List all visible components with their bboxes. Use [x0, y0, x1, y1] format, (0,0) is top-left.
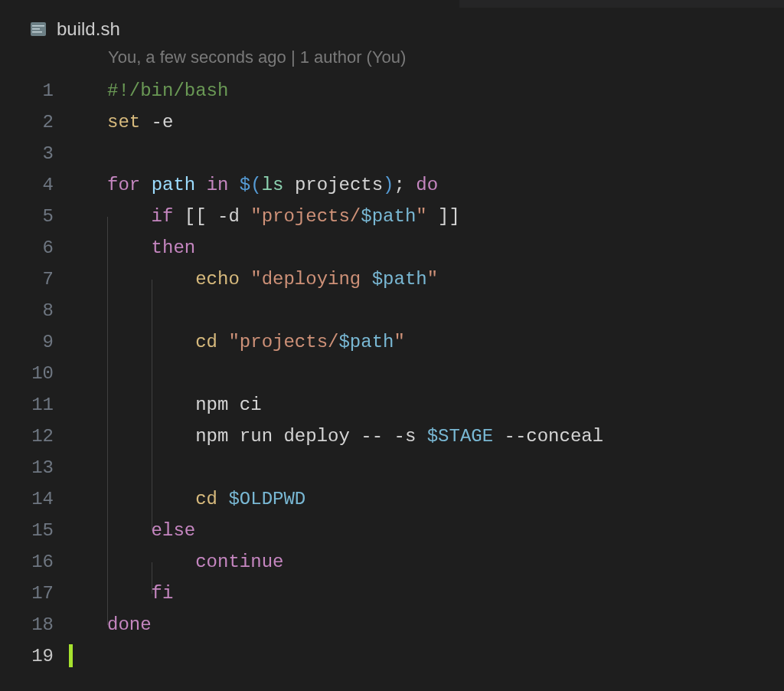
indent-guide: [152, 342, 152, 374]
indent-guide: [107, 468, 108, 499]
active-tab-region[interactable]: [0, 0, 459, 8]
line-number[interactable]: 11: [0, 389, 67, 421]
svg-rect-2: [32, 28, 40, 30]
code-content[interactable]: else: [67, 515, 195, 546]
indent-guide: [107, 280, 108, 311]
code-line[interactable]: 14 cd $OLDPWD: [0, 483, 784, 515]
line-number[interactable]: 17: [0, 578, 67, 609]
code-content[interactable]: continue: [67, 546, 283, 578]
token-plain: run deploy -- -s: [228, 426, 426, 447]
line-number[interactable]: 3: [0, 138, 67, 169]
code-content[interactable]: if [[ -d "projects/$path" ]]: [67, 201, 460, 232]
token-fn: ls: [262, 175, 284, 195]
code-line[interactable]: 3: [0, 138, 784, 169]
indent-guide: [152, 280, 152, 311]
token-plain: npm: [195, 426, 228, 447]
token-op: ;: [394, 175, 416, 195]
indent-guide: [107, 531, 108, 562]
indent-guide: [152, 499, 152, 531]
indent-guide: [152, 405, 152, 437]
indent-guide: [152, 311, 152, 342]
code-editor[interactable]: 1#!/bin/bash2set -e34for path in $(ls pr…: [0, 75, 784, 672]
code-line[interactable]: 7 echo "deploying $path": [0, 264, 784, 295]
code-content[interactable]: cd "projects/$path": [67, 326, 405, 358]
code-content[interactable]: then: [67, 232, 195, 264]
line-number[interactable]: 14: [0, 483, 67, 515]
token-keyword: else: [152, 520, 196, 541]
line-number[interactable]: 12: [0, 421, 67, 452]
code-line[interactable]: 16 continue: [0, 546, 784, 578]
tab-strip[interactable]: [0, 0, 784, 8]
code-line[interactable]: 2set -e: [0, 106, 784, 138]
token-keyword: do: [416, 175, 438, 195]
indent-guide: [107, 374, 108, 405]
code-line[interactable]: 15 else: [0, 515, 784, 546]
code-content[interactable]: echo "deploying $path": [67, 264, 438, 295]
line-number[interactable]: 5: [0, 201, 67, 232]
token-plain: ci: [228, 395, 261, 415]
line-number[interactable]: 2: [0, 106, 67, 138]
code-content[interactable]: cd $OLDPWD: [67, 483, 305, 515]
code-content[interactable]: fi: [67, 578, 173, 609]
indent-guide: [107, 217, 108, 248]
code-line[interactable]: 9 cd "projects/$path": [0, 326, 784, 358]
token-keyword: done: [107, 614, 152, 635]
indent-guide: [107, 594, 108, 625]
line-number[interactable]: 7: [0, 264, 67, 295]
token-keyword: fi: [152, 583, 174, 604]
token-varexp: $OLDPWD: [228, 489, 305, 509]
token-plain: [107, 583, 152, 604]
token-plain: [107, 237, 152, 258]
code-line[interactable]: 6 then: [0, 232, 784, 264]
code-content[interactable]: npm run deploy -- -s $STAGE --conceal: [67, 421, 603, 452]
line-number[interactable]: 13: [0, 452, 67, 483]
code-content[interactable]: #!/bin/bash: [67, 75, 228, 106]
line-number[interactable]: 16: [0, 546, 67, 578]
indent-guide: [107, 248, 108, 280]
indent-guide: [152, 374, 152, 405]
code-line[interactable]: 1#!/bin/bash: [0, 75, 784, 106]
code-line[interactable]: 5 if [[ -d "projects/$path" ]]: [0, 201, 784, 232]
code-line[interactable]: 17 fi: [0, 578, 784, 609]
git-blame-annotation[interactable]: You, a few seconds ago | 1 author (You): [0, 46, 784, 75]
line-number[interactable]: 9: [0, 326, 67, 358]
indent-guide: [107, 499, 108, 531]
line-number[interactable]: 18: [0, 609, 67, 640]
code-content[interactable]: npm ci: [67, 389, 262, 421]
token-keyword: if: [152, 206, 174, 227]
code-line[interactable]: 10: [0, 358, 784, 389]
line-number[interactable]: 4: [0, 169, 67, 201]
token-varexp: $STAGE: [427, 426, 493, 447]
svg-rect-3: [32, 31, 42, 33]
indent-guide: [107, 405, 108, 437]
line-number[interactable]: 1: [0, 75, 67, 106]
code-line[interactable]: 13: [0, 452, 784, 483]
line-number[interactable]: 8: [0, 295, 67, 326]
token-plain: [107, 520, 152, 541]
code-line[interactable]: 4for path in $(ls projects); do: [0, 169, 784, 201]
code-line[interactable]: 8: [0, 295, 784, 326]
token-plain: [140, 175, 151, 195]
code-content[interactable]: for path in $(ls projects); do: [67, 169, 438, 201]
token-plain: --conceal: [493, 426, 603, 447]
token-plain: [195, 175, 206, 195]
token-plain: [107, 206, 152, 227]
line-number[interactable]: 15: [0, 515, 67, 546]
token-varexp: $path: [372, 269, 427, 290]
token-comment: #!/bin/bash: [107, 80, 228, 101]
code-content[interactable]: done: [67, 609, 152, 640]
code-content[interactable]: set -e: [67, 106, 173, 138]
token-plain: npm: [195, 395, 228, 415]
token-keyword: for: [107, 175, 140, 195]
line-number[interactable]: 19: [0, 640, 67, 672]
code-line[interactable]: 12 npm run deploy -- -s $STAGE --conceal: [0, 421, 784, 452]
code-line[interactable]: 11 npm ci: [0, 389, 784, 421]
line-number[interactable]: 6: [0, 232, 67, 264]
line-number[interactable]: 10: [0, 358, 67, 389]
code-line[interactable]: 19: [0, 640, 784, 672]
token-dollar: $(: [240, 175, 262, 195]
token-string: ": [394, 332, 404, 352]
token-plain: ]]: [427, 206, 460, 227]
token-plain: [217, 489, 228, 509]
code-line[interactable]: 18done: [0, 609, 784, 640]
